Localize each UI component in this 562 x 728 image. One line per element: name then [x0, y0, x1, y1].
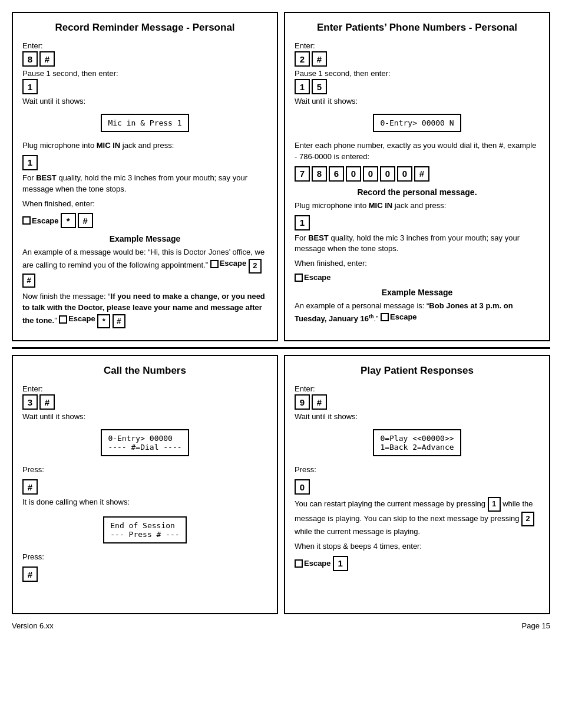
key-2-inline[interactable]: 2: [249, 259, 262, 274]
key-0b[interactable]: 0: [363, 166, 378, 182]
card1-title: Record Reminder Message - Personal: [22, 21, 267, 34]
card2-screen1: 0-Entry> 00000 N: [373, 114, 461, 132]
key-1-c2[interactable]: 1: [295, 79, 310, 94]
key-2-inline-c4[interactable]: 2: [521, 512, 534, 526]
card4-wait-label: Wait until it shows:: [295, 412, 540, 421]
card1-key-row-escape: Escape * #: [22, 213, 267, 228]
card2-pause-label: Pause 1 second, then enter:: [295, 69, 540, 78]
card1-key-row-2: 1: [22, 79, 267, 94]
key-1-final[interactable]: 1: [333, 556, 348, 571]
version-text: Version 6.xx: [12, 621, 54, 630]
card3-key-hash-press: #: [22, 479, 267, 495]
card2-record-title: Record the personal message.: [295, 187, 540, 197]
card2-title: Enter Patients’ Phone Numbers - Personal: [295, 21, 540, 34]
card3-wait-label: Wait until it shows:: [22, 412, 267, 421]
key-7[interactable]: 7: [295, 166, 310, 182]
divider: [12, 347, 550, 349]
card-enter-phone: Enter Patients’ Phone Numbers - Personal…: [284, 12, 550, 341]
card2-example-title: Example Message: [295, 288, 540, 297]
card2-escape-row: Escape: [295, 273, 540, 282]
escape-key-1c: Escape: [59, 314, 95, 325]
key-hash-3c[interactable]: #: [22, 566, 38, 582]
card3-enter-label: Enter:: [22, 384, 267, 393]
card2-example-p: An example of a personal message is: “Bo…: [295, 301, 540, 325]
footer: Version 6.xx Page 15: [12, 614, 550, 630]
key-hash-1[interactable]: #: [39, 51, 55, 67]
key-9[interactable]: 9: [295, 394, 310, 410]
escape-key-2b: Escape: [381, 312, 417, 323]
key-3[interactable]: 3: [22, 394, 38, 410]
key-1a[interactable]: 1: [22, 79, 38, 94]
key-hash-1b[interactable]: #: [78, 213, 93, 228]
card2-enter-num-text: Enter each phone number, exactly as you …: [295, 140, 540, 163]
card-record-reminder: Record Reminder Message - Personal Enter…: [12, 12, 278, 341]
card1-example-p2: Now finish the message: “If you need to …: [22, 291, 267, 328]
key-star-1b[interactable]: *: [97, 314, 110, 329]
key-hash-3b[interactable]: #: [22, 479, 38, 495]
card4-key-row-1: 9 #: [295, 394, 540, 410]
card1-pause-label: Pause 1 second, then enter:: [22, 69, 267, 78]
card2-best-text: For BEST quality, hold the mic 3 inches …: [295, 233, 540, 255]
card3-key-row-1: 3 #: [22, 394, 267, 410]
escape-key-1: Escape: [22, 216, 59, 225]
key-0a[interactable]: 0: [346, 166, 361, 182]
card4-press-label: Press:: [295, 465, 540, 476]
card3-done-text: It is done calling when it shows:: [22, 497, 267, 508]
card2-key-row-1: 2 #: [295, 51, 540, 67]
key-hash-1c[interactable]: #: [22, 274, 35, 288]
card1-wait-label: Wait until it shows:: [22, 97, 267, 106]
card4-when-stops: When it stops & beeps 4 times, enter:: [295, 541, 540, 552]
card3-press-label: Press:: [22, 465, 267, 476]
card3-key-hash-final: #: [22, 566, 267, 582]
card4-title: Play Patient Responses: [295, 364, 540, 377]
key-star-1[interactable]: *: [61, 213, 76, 228]
card1-enter-label: Enter:: [22, 41, 267, 50]
key-hash-3[interactable]: #: [39, 394, 55, 410]
key-5-c2[interactable]: 5: [312, 79, 327, 94]
key-8b[interactable]: 8: [312, 166, 327, 182]
key-hash-2[interactable]: #: [312, 51, 327, 67]
card2-key-row-3: 1: [295, 215, 540, 230]
escape-key-1b: Escape: [210, 258, 247, 269]
top-grid: Record Reminder Message - Personal Enter…: [12, 12, 550, 341]
card1-section-title: Example Message: [22, 234, 267, 243]
card1-when-finished: When finished, enter:: [22, 199, 267, 210]
escape-key-4: Escape: [295, 559, 331, 568]
key-0c[interactable]: 0: [380, 166, 395, 182]
key-hash-2b[interactable]: #: [414, 166, 429, 182]
key-1b[interactable]: 1: [22, 155, 38, 170]
card2-key-row-2: 1 5: [295, 79, 540, 94]
card2-enter-label: Enter:: [295, 41, 540, 50]
card3-screen1: 0-Entry> 00000 ---- #=Dial ----: [101, 429, 189, 456]
key-1b-c2[interactable]: 1: [295, 215, 310, 230]
key-8[interactable]: 8: [22, 51, 38, 67]
card3-screen2: End of Session --- Press # ---: [103, 516, 186, 543]
bottom-grid: Call the Numbers Enter: 3 # Wait until i…: [12, 355, 550, 614]
card4-enter-label: Enter:: [295, 384, 540, 393]
card1-example-p1: An example of a message would be: “Hi, t…: [22, 247, 267, 288]
card1-best-text: For BEST quality, hold the mic 3 inches …: [22, 173, 267, 195]
escape-key-2: Escape: [295, 273, 331, 282]
card1-key-row-1: 8 #: [22, 51, 267, 67]
card4-screen1: 0=Play <<00000>> 1=Back 2=Advance: [373, 429, 461, 456]
card-call-numbers: Call the Numbers Enter: 3 # Wait until i…: [12, 355, 278, 614]
key-2[interactable]: 2: [295, 51, 310, 67]
card1-plug-text: Plug microphone into MIC IN jack and pre…: [22, 140, 267, 151]
card2-when-finished: When finished, enter:: [295, 258, 540, 269]
key-hash-1d[interactable]: #: [113, 314, 125, 329]
card3-title: Call the Numbers: [22, 364, 267, 377]
card2-phone-keys: 7 8 6 0 0 0 0 #: [295, 166, 540, 182]
key-hash-4[interactable]: #: [312, 394, 327, 410]
key-1-inline-c4[interactable]: 1: [488, 497, 501, 512]
key-0d[interactable]: 0: [397, 166, 412, 182]
page-number: Page 15: [522, 621, 550, 630]
key-6[interactable]: 6: [329, 166, 344, 182]
card4-body: You can restart playing the current mess…: [295, 497, 540, 538]
key-0-c4[interactable]: 0: [295, 479, 310, 495]
card-play-responses: Play Patient Responses Enter: 9 # Wait u…: [284, 355, 550, 614]
card3-press-label2: Press:: [22, 552, 267, 563]
page-container: Record Reminder Message - Personal Enter…: [12, 12, 550, 630]
card2-plug-text: Plug microphone into MIC IN jack and pre…: [295, 200, 540, 212]
card4-escape-final: Escape 1: [295, 556, 540, 571]
card1-key-row-3: 1: [22, 155, 267, 170]
